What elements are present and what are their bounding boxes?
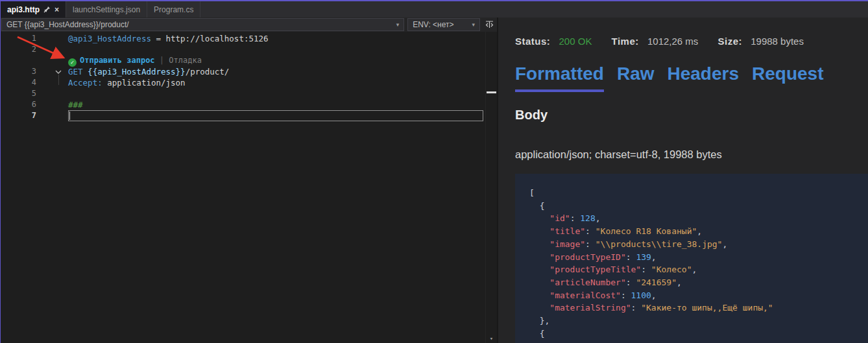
fold-margin xyxy=(38,110,68,121)
json-line: { xyxy=(529,200,868,213)
line-number: 5 xyxy=(1,88,38,99)
dropdown-caret-icon: ▾ xyxy=(391,21,400,28)
body-heading: Body xyxy=(515,108,868,123)
line-number xyxy=(1,55,38,66)
scroll-down-icon[interactable]: ▾ xyxy=(486,335,497,342)
tab-program-cs[interactable]: Program.cs xyxy=(147,1,200,18)
line-number: 2 xyxy=(1,44,38,55)
response-pane: Status: 200 OK Time: 1012,26 ms Size: 19… xyxy=(497,18,868,343)
tab-api3-http[interactable]: api3.http × xyxy=(1,1,66,18)
response-status-row: Status: 200 OK Time: 1012,26 ms Size: 19… xyxy=(515,36,868,47)
tab-label: api3.http xyxy=(7,5,40,14)
editor-scrollbar[interactable]: ▾ xyxy=(485,32,497,343)
line-number: 6 xyxy=(1,99,38,110)
split-view-icon[interactable] xyxy=(483,19,495,30)
editor-lines: 1@api3_HostAddress = http://localhost:51… xyxy=(1,33,485,343)
code-text xyxy=(68,110,483,121)
environment-dropdown[interactable]: ENV: <нет> ▾ xyxy=(407,18,480,31)
json-line: "id": 128, xyxy=(529,212,868,225)
document-tab-strip: api3.http × launchSettings.json Program.… xyxy=(1,1,868,18)
request-selector-dropdown[interactable]: GET {{api3_HostAddress}}/product/ ▾ xyxy=(1,18,404,31)
http-request-bar: GET {{api3_HostAddress}}/product/ ▾ ENV:… xyxy=(1,18,497,32)
code-text xyxy=(68,88,485,99)
json-line: "materialCost": 1100, xyxy=(529,289,868,302)
json-line: { xyxy=(529,327,868,340)
fold-margin xyxy=(38,99,68,110)
ide-window: api3.http × launchSettings.json Program.… xyxy=(0,0,868,343)
editor-line: 4Accept: application/json xyxy=(1,77,485,88)
json-line: "title": "Колесо R18 Кованый", xyxy=(529,225,868,238)
editor-line: 3GET {{api3_HostAddress}}/product/ xyxy=(1,66,485,77)
json-line: "articleNumber": "241659", xyxy=(529,276,868,289)
json-line: "image": "\\products\\tire_38.jpg", xyxy=(529,238,868,251)
json-line: }, xyxy=(529,314,868,327)
editor-line: 2 xyxy=(1,44,485,55)
fold-margin xyxy=(38,33,68,44)
size-label: Size: xyxy=(718,36,743,47)
close-icon[interactable]: × xyxy=(54,6,59,14)
code-text xyxy=(68,44,485,55)
editor-line: ✓Отправить запрос | Отладка xyxy=(1,55,485,66)
fold-margin xyxy=(38,66,68,77)
code-text: ✓Отправить запрос | Отладка xyxy=(68,55,485,66)
line-number: 4 xyxy=(1,77,38,88)
code-editor[interactable]: 1@api3_HostAddress = http://localhost:51… xyxy=(1,32,497,343)
scrollbar-thumb[interactable] xyxy=(487,91,496,93)
status-label: Status: xyxy=(515,36,550,47)
time-label: Time: xyxy=(612,36,639,47)
text-cursor xyxy=(69,112,70,120)
code-text: GET {{api3_HostAddress}}/product/ xyxy=(68,66,485,77)
fold-margin xyxy=(38,77,68,88)
code-text: Accept: application/json xyxy=(68,77,485,88)
code-text: @api3_HostAddress = http://localhost:512… xyxy=(68,33,485,44)
request-selector-value: GET {{api3_HostAddress}}/product/ xyxy=(6,20,129,29)
tab-label: Program.cs xyxy=(154,5,193,14)
tab-headers[interactable]: Headers xyxy=(667,64,739,92)
tab-formatted[interactable]: Formatted xyxy=(515,64,604,92)
editor-pane: GET {{api3_HostAddress}}/product/ ▾ ENV:… xyxy=(1,18,497,343)
content-type-line: application/json; charset=utf-8, 19988 b… xyxy=(515,148,868,161)
response-json: [ { "id": 128, "title": "Колесо R18 Кова… xyxy=(515,174,868,343)
send-request-link[interactable]: Отправить запрос xyxy=(80,56,155,65)
response-tabs: Formatted Raw Headers Request xyxy=(515,64,868,92)
env-caret-icon: ▾ xyxy=(466,21,475,28)
time-value: 1012,26 ms xyxy=(647,36,698,47)
debug-link[interactable]: Отладка xyxy=(169,56,202,65)
tab-request[interactable]: Request xyxy=(752,64,823,92)
status-badge: 200 OK xyxy=(559,36,592,47)
editor-line: 6### xyxy=(1,99,485,110)
tab-raw[interactable]: Raw xyxy=(617,64,655,92)
editor-line: 1@api3_HostAddress = http://localhost:51… xyxy=(1,33,485,44)
fold-margin xyxy=(38,55,68,66)
editor-line: 5 xyxy=(1,88,485,99)
json-line: "productTypeID": 139, xyxy=(529,251,868,264)
json-line: "productTypeTitle": "Колесо", xyxy=(529,263,868,276)
code-text: ### xyxy=(68,99,485,110)
line-number: 1 xyxy=(1,33,38,44)
fold-margin xyxy=(38,44,68,55)
line-number: 7 xyxy=(1,110,38,121)
tab-launchsettings-json[interactable]: launchSettings.json xyxy=(66,1,147,18)
json-line: [ xyxy=(529,187,868,200)
tab-label: launchSettings.json xyxy=(73,5,140,14)
pin-icon[interactable] xyxy=(43,6,51,13)
environment-value: ENV: <нет> xyxy=(413,20,453,29)
size-value: 19988 bytes xyxy=(751,36,804,47)
fold-margin xyxy=(38,88,68,99)
codelens-separator: | xyxy=(155,56,169,65)
line-number: 3 xyxy=(1,66,38,77)
json-line: "materialString": "Какие-то шипы,,Ещё ши… xyxy=(529,302,868,314)
editor-line: 7 xyxy=(1,110,485,121)
fold-chevron-icon[interactable] xyxy=(55,69,62,75)
